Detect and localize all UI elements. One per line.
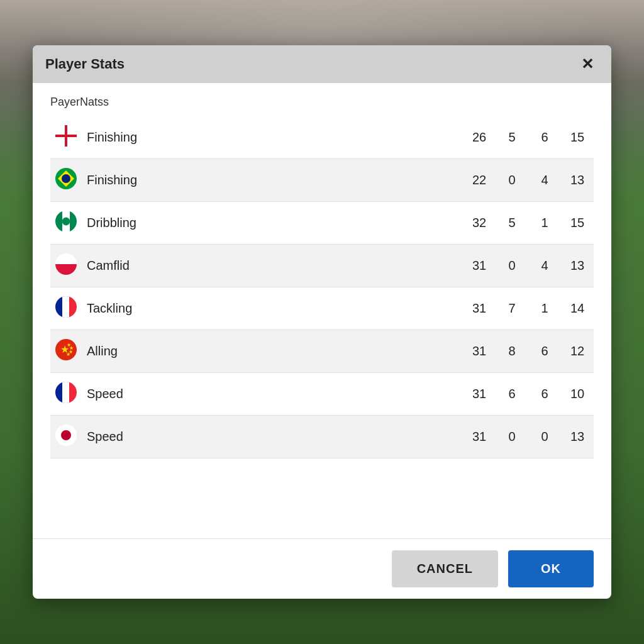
ok-button[interactable]: OK: [508, 550, 594, 587]
svg-point-27: [61, 430, 71, 440]
stat-col2: 7: [496, 287, 528, 330]
stat-name: Tackling: [82, 287, 408, 330]
stat-col2: 8: [496, 330, 528, 373]
stat-col2: 5: [496, 116, 528, 159]
stat-col2: 6: [496, 373, 528, 416]
stat-col3: 0: [528, 416, 561, 458]
table-row: Finishing265615: [50, 116, 594, 159]
stat-col1: 31: [463, 416, 496, 458]
stat-name: Dribbling: [82, 202, 408, 245]
table-row: Camflid310413: [50, 245, 594, 287]
stat-col4: 15: [561, 116, 594, 159]
stat-col1: 32: [463, 202, 496, 245]
svg-point-5: [62, 174, 70, 183]
svg-rect-25: [55, 382, 62, 403]
stat-col3: 6: [528, 373, 561, 416]
stat-col3: 6: [528, 116, 561, 159]
stat-col4: 13: [561, 245, 594, 287]
stat-col1: 31: [463, 373, 496, 416]
stat-col2: 0: [496, 416, 528, 458]
flag-cell: [50, 373, 82, 416]
flag-cell: [50, 287, 82, 330]
stat-col4: 13: [561, 159, 594, 202]
stat-col3: 1: [528, 287, 561, 330]
table-row: Dribbling325115: [50, 202, 594, 245]
dialog-overlay: Player Stats ✕ PayerNatss Finishing26561…: [0, 0, 644, 644]
flag-cell: [50, 245, 82, 287]
stat-col3: 6: [528, 330, 561, 373]
svg-point-8: [62, 218, 70, 225]
svg-rect-15: [55, 296, 62, 318]
close-button[interactable]: ✕: [576, 55, 599, 73]
svg-rect-11: [55, 264, 77, 275]
cancel-button[interactable]: CANCEL: [392, 550, 498, 587]
dialog-header: Player Stats ✕: [33, 45, 611, 83]
stats-table: Finishing265615Finishing220413Dribbling3…: [50, 116, 594, 458]
stat-col4: 10: [561, 373, 594, 416]
player-stats-dialog: Player Stats ✕ PayerNatss Finishing26561…: [33, 45, 611, 599]
flag-cell: [50, 416, 82, 458]
stat-col2: 5: [496, 202, 528, 245]
dialog-body: PayerNatss Finishing265615Finishing22041…: [33, 83, 611, 538]
flag-cell: [50, 159, 82, 202]
table-row: ★★★★★Alling318612: [50, 330, 594, 373]
stat-name: Speed: [82, 416, 408, 458]
stat-col1: 31: [463, 287, 496, 330]
dialog-title: Player Stats: [45, 56, 125, 72]
dialog-footer: CANCEL OK: [33, 538, 611, 599]
stat-name: Finishing: [82, 116, 408, 159]
stat-col3: 4: [528, 245, 561, 287]
table-row: Speed316610: [50, 373, 594, 416]
stat-col1: 26: [463, 116, 496, 159]
stat-name: Finishing: [82, 159, 408, 202]
stat-col1: 22: [463, 159, 496, 202]
stat-col1: 31: [463, 245, 496, 287]
flag-cell: ★★★★★: [50, 330, 82, 373]
stat-col3: 4: [528, 159, 561, 202]
table-row: Finishing220413: [50, 159, 594, 202]
flag-cell: [50, 116, 82, 159]
stat-col2: 0: [496, 159, 528, 202]
stat-col2: 0: [496, 245, 528, 287]
section-label: PayerNatss: [50, 96, 594, 109]
svg-text:★: ★: [66, 352, 70, 357]
table-row: Tackling317114: [50, 287, 594, 330]
svg-rect-2: [55, 135, 77, 137]
stat-col1: 31: [463, 330, 496, 373]
stat-col4: 13: [561, 416, 594, 458]
stat-name: Camflid: [82, 245, 408, 287]
table-row: Speed310013: [50, 416, 594, 458]
stat-col4: 15: [561, 202, 594, 245]
stat-name: Alling: [82, 330, 408, 373]
stat-col4: 14: [561, 287, 594, 330]
stat-col3: 1: [528, 202, 561, 245]
stat-name: Speed: [82, 373, 408, 416]
flag-cell: [50, 202, 82, 245]
stat-col4: 12: [561, 330, 594, 373]
